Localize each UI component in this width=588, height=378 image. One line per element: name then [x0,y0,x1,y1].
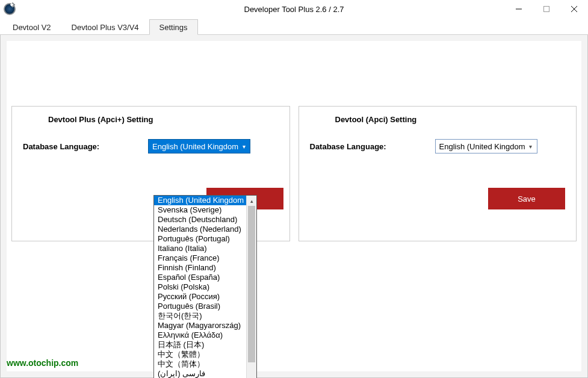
select-value: English (United Kingdom [152,142,238,151]
app-logo-icon [4,3,16,15]
language-option[interactable]: Polski (Polska) [154,282,256,292]
scrollbar[interactable]: ▴ ▾ [246,196,256,378]
title-bar: Developer Tool Plus 2.6 / 2.7 [0,0,588,18]
language-option[interactable]: 中文（繁體） [154,350,256,359]
language-option[interactable]: Svenska (Sverige) [154,205,256,215]
language-option[interactable]: Finnish (Finland) [154,263,256,273]
maximize-button[interactable] [533,0,560,18]
minimize-button[interactable] [505,0,533,18]
language-option[interactable]: Русский (Россия) [154,292,256,302]
panel-title: Devtool (Apci) Setting [335,115,417,124]
database-language-select-right[interactable]: English (United Kingdom ▾ [435,139,537,153]
scroll-thumb[interactable] [248,206,255,362]
svg-rect-1 [544,7,549,12]
database-language-select-left[interactable]: English (United Kingdom ▾ [148,139,250,153]
tab-strip: Devtool V2 Devtool Plus V3/V4 Settings [0,18,588,35]
tab-settings[interactable]: Settings [149,19,198,35]
scroll-up-icon[interactable]: ▴ [247,196,256,206]
language-option[interactable]: Ελληνικά (Ελλάδα) [154,330,256,340]
panel-devtool-apci: Devtool (Apci) Setting Database Language… [299,106,577,241]
window-controls [505,0,588,18]
language-option[interactable]: Español (España) [154,273,256,282]
language-option[interactable]: Deutsch (Deutschland) [154,215,256,225]
panel-title: Devtool Plus (Apci+) Setting [48,115,153,124]
watermark-link[interactable]: www.otochip.com [7,358,78,368]
language-option[interactable]: Français (France) [154,253,256,263]
language-option[interactable]: 中文（简体） [154,359,256,369]
language-option[interactable]: 日本語 (日本) [154,340,256,350]
database-language-label: Database Language: [310,142,430,151]
language-option[interactable]: Nederlands (Nederland) [154,225,256,234]
chevron-down-icon: ▾ [526,141,536,151]
close-button[interactable] [560,0,588,18]
language-dropdown-list[interactable]: English (United KingdomSvenska (Sverige)… [153,195,257,378]
language-option[interactable]: Magyar (Magyarország) [154,321,256,330]
language-option[interactable]: Português (Portugal) [154,234,256,244]
language-option[interactable]: Português (Brasil) [154,302,256,311]
window-title: Developer Tool Plus 2.6 / 2.7 [0,5,588,14]
settings-body: Devtool Plus (Apci+) Setting Database La… [0,35,588,378]
language-option[interactable]: 한국어(한국) [154,311,256,321]
language-option[interactable]: Italiano (Italia) [154,244,256,253]
select-value: English (United Kingdom [439,142,525,151]
database-language-label: Database Language: [23,142,143,151]
tab-devtool-plus-v3v4[interactable]: Devtool Plus V3/V4 [61,19,149,34]
language-option[interactable]: (ایران) فارسی [154,369,256,378]
language-option[interactable]: English (United Kingdom [154,196,256,205]
settings-inner: Devtool Plus (Apci+) Setting Database La… [7,41,581,371]
chevron-down-icon: ▾ [239,141,249,151]
tab-devtool-v2[interactable]: Devtool V2 [2,19,61,34]
save-button-right[interactable]: Save [488,188,565,209]
